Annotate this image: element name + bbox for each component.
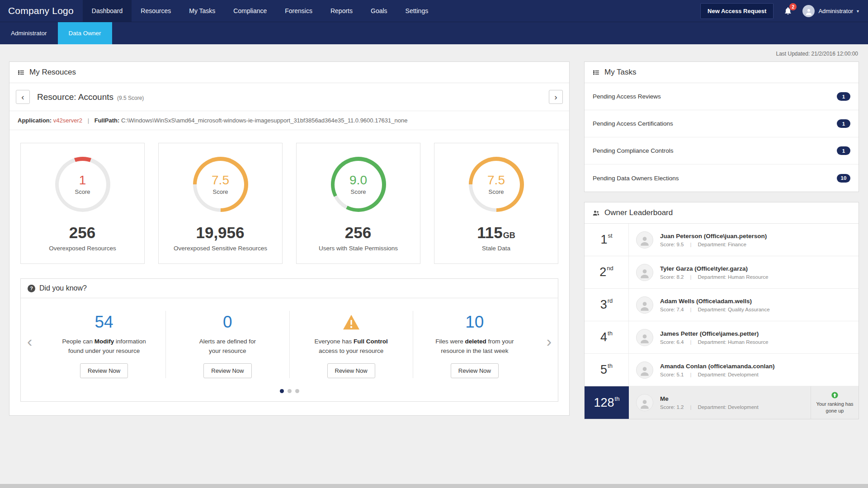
card-metric: 19,956	[196, 225, 245, 240]
task-pending-compliance-controls[interactable]: Pending Compliance Controls 1	[585, 137, 859, 164]
user-name: Administrator	[818, 8, 853, 14]
topbar-right: New Access Request 2 Administrator ▾	[700, 0, 868, 22]
task-label: Pending Access Reviews	[593, 93, 661, 100]
leaderboard-row-3: 3rd Adam Wells (Office\adam.wells) Score…	[585, 289, 859, 321]
tab-administrator[interactable]: Administrator	[0, 22, 58, 44]
nav-goals[interactable]: Goals	[362, 0, 396, 22]
did-you-know-carousel: ‹ 54 People can Modify information found…	[21, 298, 558, 383]
resource-name: Resource: Accounts	[37, 92, 113, 102]
notifications-button[interactable]: 2	[783, 5, 793, 16]
task-count-badge: 1	[837, 119, 850, 128]
card-metric: 115GB	[477, 225, 515, 240]
score-cards: 1 Score 256 Overexposed Resources 7.5 Sc…	[9, 130, 569, 267]
score-card-overexposed-sensitive: 7.5 Score 19,956 Overexposed Sensitive R…	[158, 143, 283, 264]
person-icon	[639, 267, 651, 279]
avatar	[636, 231, 653, 249]
rank: 3rd	[585, 289, 629, 321]
task-count-badge: 1	[837, 146, 850, 155]
tab-data-owner[interactable]: Data Owner	[58, 22, 112, 44]
leaderboard-header: Owner Leaderboard	[585, 202, 859, 224]
task-pending-data-owners-elections[interactable]: Pending Data Owners Elections 10	[585, 164, 859, 192]
carousel-dot[interactable]	[295, 389, 299, 393]
owner-leaderboard-panel: Owner Leaderboard 1st Juan Peterson (Off…	[584, 202, 859, 419]
dyk-item-full-control: Everyone has Full Control access to your…	[289, 311, 413, 378]
carousel-dot[interactable]	[280, 389, 284, 393]
company-logo[interactable]: Company Logo	[0, 0, 83, 22]
dyk-text: Files were deleted from your resource in…	[420, 337, 530, 356]
person-icon	[639, 235, 651, 247]
score-value: 1	[79, 174, 86, 187]
panel-title: Owner Leaderboard	[604, 208, 673, 217]
rank: 5th	[585, 354, 629, 386]
owner-name: Me	[660, 395, 759, 402]
nav-compliance[interactable]: Compliance	[224, 0, 276, 22]
owner-details: Score: 1.2|Department: Development	[660, 404, 759, 410]
nav-resources[interactable]: Resources	[132, 0, 180, 22]
page-content: Last Updated: 21/2/2016 12:00:00 My Reso…	[0, 44, 868, 419]
score-card-stale-data: 7.5 Score 115GB Stale Data	[434, 143, 558, 264]
fullpath-label: FullPath:	[94, 117, 120, 124]
owner-details: Score: 9.5|Department: Finance	[660, 242, 767, 247]
owner-details: Score: 7.4|Department: Quality Assurance	[660, 307, 770, 312]
task-count-badge: 10	[837, 174, 850, 183]
main-nav: Dashboard Resources My Tasks Compliance …	[83, 0, 437, 22]
user-menu[interactable]: Administrator ▾	[802, 5, 859, 17]
owner-details: Score: 5.1|Department: Development	[660, 372, 775, 377]
leaderboard-row-5: 5th Amanda Conlan (office\amanda.conlan)…	[585, 354, 859, 386]
review-now-button[interactable]: Review Now	[80, 363, 128, 378]
leaderboard-row-1: 1st Juan Peterson (Office\juan.peterson)…	[585, 224, 859, 256]
task-label: Pending Access Certifications	[593, 120, 673, 127]
new-access-request-button[interactable]: New Access Request	[700, 3, 774, 19]
task-pending-access-certifications[interactable]: Pending Access Certifications 1	[585, 110, 859, 137]
review-now-button[interactable]: Review Now	[203, 363, 251, 378]
task-count-badge: 1	[837, 92, 850, 101]
rank: 1st	[585, 224, 629, 256]
dyk-text: Everyone has Full Control access to your…	[296, 337, 406, 356]
task-pending-access-reviews[interactable]: Pending Access Reviews 1	[585, 83, 859, 110]
person-icon	[639, 300, 651, 312]
owner-name: Amanda Conlan (office\amanda.conlan)	[660, 363, 775, 370]
score-card-stale-permissions: 9.0 Score 256 Users with Stale Permissio…	[296, 143, 420, 264]
avatar	[636, 394, 653, 411]
carousel-dots	[21, 383, 558, 401]
nav-forensics[interactable]: Forensics	[276, 0, 321, 22]
score-value: 7.5	[487, 174, 505, 187]
owner-details: Score: 6.4|Department: Human Resource	[660, 339, 768, 345]
score-label: Score	[489, 188, 504, 195]
next-resource-button[interactable]: ›	[549, 90, 563, 104]
chevron-down-icon: ▾	[857, 9, 859, 14]
rank: 128th	[585, 386, 629, 419]
score-ring: 7.5 Score	[469, 157, 524, 212]
horizontal-scrollbar[interactable]	[0, 484, 868, 488]
application-value: v42server2	[53, 117, 82, 124]
dyk-value: 54	[49, 311, 159, 333]
dyk-item-deleted-files: 10 Files were deleted from your resource…	[413, 311, 536, 378]
review-now-button[interactable]: Review Now	[327, 363, 375, 378]
prev-resource-button[interactable]: ‹	[16, 90, 30, 104]
score-label: Score	[351, 188, 366, 195]
person-icon	[805, 8, 813, 16]
owner-name: Tyler Garza (Office\tyler.garza)	[660, 265, 768, 272]
nav-dashboard[interactable]: Dashboard	[83, 0, 132, 22]
carousel-next-icon[interactable]: ›	[547, 333, 552, 349]
rank: 2nd	[585, 256, 629, 288]
review-now-button[interactable]: Review Now	[451, 363, 499, 378]
owner-name: Adam Wells (Office\adam.wells)	[660, 298, 770, 305]
rank: 4th	[585, 321, 629, 353]
task-label: Pending Compliance Controls	[593, 147, 674, 154]
meta-separator: |	[88, 117, 89, 124]
question-icon: ?	[28, 285, 35, 292]
task-label: Pending Data Owners Elections	[593, 175, 679, 182]
nav-reports[interactable]: Reports	[321, 0, 362, 22]
dyk-item-alerts: 0 Alerts are defined for your resource R…	[165, 311, 289, 378]
carousel-dot[interactable]	[288, 389, 292, 393]
card-label: Users with Stale Permissions	[319, 245, 398, 252]
leaderboard-row-me: 128th Me Score: 1.2|Department: Developm…	[585, 386, 859, 419]
my-tasks-header: My Tasks	[585, 62, 859, 83]
carousel-prev-icon[interactable]: ‹	[27, 333, 32, 349]
nav-my-tasks[interactable]: My Tasks	[180, 0, 224, 22]
avatar	[802, 5, 815, 17]
avatar	[636, 329, 653, 346]
dyk-value: 0	[172, 311, 283, 333]
nav-settings[interactable]: Settings	[396, 0, 438, 22]
